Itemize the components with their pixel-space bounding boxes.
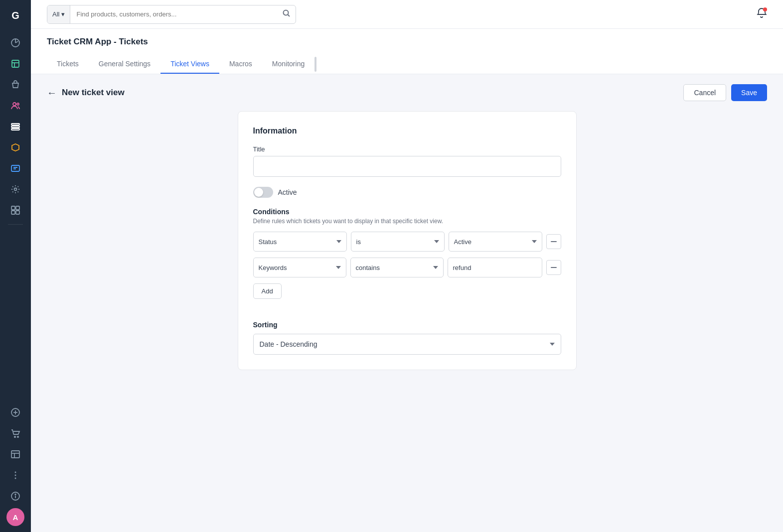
toggle-knob <box>254 188 263 197</box>
tab-ticket-views[interactable]: Ticket Views <box>160 55 219 74</box>
title-label: Title <box>253 145 561 153</box>
form-header-left: ← New ticket view <box>47 87 125 99</box>
title-input[interactable] <box>253 156 561 177</box>
svg-rect-16 <box>16 206 19 210</box>
svg-point-28 <box>15 475 16 476</box>
condition-field-select-1[interactable]: Status Keywords Priority <box>253 232 347 252</box>
page-title: Ticket CRM App - Tickets <box>47 37 767 47</box>
add-condition-button[interactable]: Add <box>253 283 282 299</box>
content-area: ← New ticket view Cancel Save Informatio… <box>31 74 783 532</box>
condition-operator-select-2[interactable]: contains is is not <box>350 258 444 277</box>
settings-icon[interactable] <box>6 180 24 198</box>
condition-remove-button-2[interactable] <box>546 260 561 275</box>
tab-general-settings[interactable]: General Settings <box>89 55 160 74</box>
conditions-title: Conditions <box>253 208 561 216</box>
svg-rect-13 <box>11 165 19 171</box>
svg-rect-18 <box>16 211 19 214</box>
form-header: ← New ticket view Cancel Save <box>47 84 767 101</box>
svg-point-23 <box>17 436 18 437</box>
more-icon[interactable] <box>6 466 24 484</box>
cart-icon[interactable] <box>6 424 24 442</box>
svg-rect-15 <box>11 206 15 210</box>
conditions-desc: Define rules which tickets you want to d… <box>253 218 561 225</box>
tab-scrollbar <box>314 55 318 74</box>
tab-monitoring[interactable]: Monitoring <box>262 55 314 74</box>
back-button[interactable]: ← <box>47 87 57 99</box>
notification-dot <box>763 7 767 11</box>
main-area: All ▾ Ticket CRM App - Tickets Tickets G… <box>31 0 783 532</box>
svg-rect-5 <box>12 60 19 67</box>
user-avatar[interactable]: A <box>6 508 24 526</box>
condition-value-input-2[interactable] <box>448 258 542 277</box>
save-button[interactable]: Save <box>731 84 767 101</box>
svg-rect-36 <box>551 267 557 268</box>
toggle-label: Active <box>278 188 297 196</box>
topbar: All ▾ <box>31 0 783 29</box>
section-title: Information <box>253 127 561 135</box>
sorting-title: Sorting <box>253 321 561 329</box>
dashboard-icon[interactable] <box>6 34 24 52</box>
tickets-icon[interactable] <box>6 118 24 135</box>
grid-icon[interactable] <box>6 201 24 219</box>
svg-point-29 <box>15 478 16 479</box>
search-button[interactable] <box>278 9 296 19</box>
condition-field-select-2[interactable]: Keywords Status Priority <box>253 258 346 277</box>
sidebar-divider <box>8 224 23 225</box>
condition-row: Status Keywords Priority is is not conta… <box>253 232 561 252</box>
svg-point-22 <box>14 436 15 437</box>
page-header: Ticket CRM App - Tickets Tickets General… <box>31 29 783 74</box>
notifications-button[interactable] <box>756 7 767 21</box>
svg-point-14 <box>14 188 17 191</box>
add-circle-icon[interactable] <box>6 403 24 421</box>
sidebar: G <box>0 0 31 532</box>
condition-row-2: Keywords Status Priority contains is is … <box>253 258 561 277</box>
active-toggle[interactable] <box>253 187 273 198</box>
svg-rect-12 <box>11 129 19 130</box>
search-filter-label: All <box>52 10 59 18</box>
title-field-group: Title <box>253 145 561 177</box>
sorting-section: Sorting Date - Descending Date - Ascendi… <box>253 321 561 355</box>
svg-text:G: G <box>11 10 19 21</box>
svg-point-33 <box>284 10 289 15</box>
condition-remove-button-1[interactable] <box>546 234 561 249</box>
condition-operator-select-1[interactable]: is is not contains <box>351 232 445 252</box>
search-container: All ▾ <box>47 5 296 24</box>
tab-macros[interactable]: Macros <box>219 55 262 74</box>
sidebar-bottom: A <box>6 403 24 526</box>
users-icon[interactable] <box>6 97 24 115</box>
svg-point-8 <box>13 103 16 106</box>
scroll-indicator <box>314 57 316 72</box>
svg-line-34 <box>288 14 290 16</box>
tabs-container: Tickets General Settings Ticket Views Ma… <box>47 55 767 74</box>
form-title: New ticket view <box>62 88 125 98</box>
svg-rect-17 <box>11 211 15 214</box>
form-card: Information Title Active Conditions Defi… <box>238 111 577 370</box>
svg-rect-24 <box>11 451 19 458</box>
svg-point-9 <box>17 103 19 105</box>
table2-icon[interactable] <box>6 445 24 463</box>
active-toggle-row: Active <box>253 187 561 198</box>
search-input[interactable] <box>70 10 278 18</box>
svg-rect-10 <box>11 124 19 125</box>
filter-chevron-icon: ▾ <box>61 10 65 18</box>
support-icon[interactable] <box>6 159 24 177</box>
sorting-select[interactable]: Date - Descending Date - Ascending Prior… <box>253 334 561 355</box>
info-icon[interactable] <box>6 487 24 505</box>
tab-tickets[interactable]: Tickets <box>47 55 89 74</box>
svg-point-32 <box>15 494 16 495</box>
svg-rect-11 <box>11 126 19 128</box>
marketing-icon[interactable] <box>6 138 24 156</box>
topbar-right <box>756 7 767 21</box>
condition-value-select-1[interactable]: Active Closed Pending <box>449 232 542 252</box>
cancel-button[interactable]: Cancel <box>683 84 726 101</box>
packages-icon[interactable] <box>6 55 24 73</box>
sidebar-logo[interactable]: G <box>5 6 25 26</box>
conditions-section: Conditions Define rules which tickets yo… <box>253 208 561 311</box>
bag-icon[interactable] <box>6 76 24 94</box>
search-filter-button[interactable]: All ▾ <box>47 5 70 23</box>
svg-rect-35 <box>551 241 557 242</box>
svg-point-27 <box>15 472 16 473</box>
form-actions: Cancel Save <box>683 84 767 101</box>
